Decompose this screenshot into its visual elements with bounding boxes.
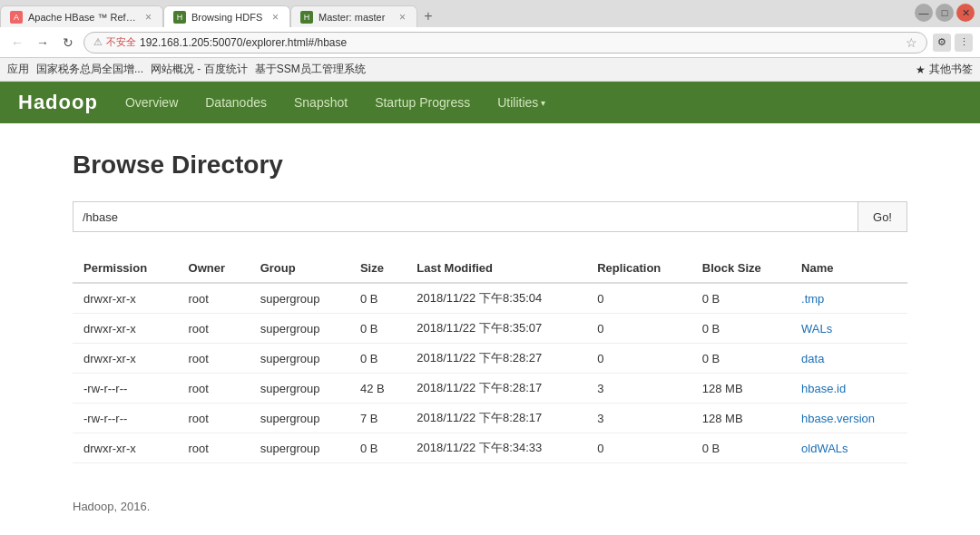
bookmark-apps[interactable]: 应用 [7,62,29,77]
cell-permission: -rw-r--r-- [73,404,178,433]
cell-owner: root [178,374,250,404]
bookmark-baidu[interactable]: 网站概况 - 百度统计 [151,62,248,77]
col-size: Size [349,254,406,283]
cell-owner: root [178,344,250,374]
table-row: -rw-r--r--rootsupergroup42 B2018/11/22 下… [73,374,907,404]
go-button[interactable]: Go! [858,201,907,232]
col-owner: Owner [178,254,250,283]
tab-master[interactable]: H Master: master × [290,5,417,27]
cell-name: data [790,344,907,374]
cell-last-modified: 2018/11/22 下午8:28:17 [406,374,586,404]
path-input[interactable] [73,201,858,232]
bookmark-star-icon[interactable]: ☆ [906,35,917,50]
table-row: drwxr-xr-xrootsupergroup0 B2018/11/22 下午… [73,314,907,344]
cell-size: 0 B [349,344,406,374]
cell-group: supergroup [250,374,349,404]
tab-close-3[interactable]: × [397,11,407,24]
cell-last-modified: 2018/11/22 下午8:34:33 [406,433,586,463]
tab-label-2: Browsing HDFS [191,12,265,23]
close-button[interactable]: ✕ [956,4,975,22]
tab-close-2[interactable]: × [270,11,280,24]
cell-owner: root [178,404,250,433]
page-title: Browse Directory [73,151,907,180]
tab-hbase-ref[interactable]: A Apache HBase ™ Refe... × [0,5,163,27]
nav-snapshot[interactable]: Snapshot [294,95,348,110]
tab-favicon-2: H [173,11,186,24]
main-content: Browse Directory Go! Permission Owner Gr… [0,123,980,535]
cell-owner: root [178,314,250,344]
cell-name: WALs [790,314,907,344]
nav-overview[interactable]: Overview [125,95,178,110]
url-box[interactable]: ⚠ 不安全 192.168.1.205:50070/explorer.html#… [83,32,927,54]
address-bar: ← → ↻ ⚠ 不安全 192.168.1.205:50070/explorer… [0,27,980,58]
tab-close-1[interactable]: × [143,11,153,24]
cell-last-modified: 2018/11/22 下午8:28:27 [406,344,586,374]
file-link[interactable]: data [801,352,824,365]
cell-name: hbase.version [790,404,907,433]
cell-permission: -rw-r--r-- [73,374,178,404]
col-replication: Replication [586,254,691,283]
file-link[interactable]: .tmp [801,292,824,306]
cell-block-size: 0 B [691,344,790,374]
file-link[interactable]: WALs [801,322,832,336]
minimize-button[interactable]: — [915,4,933,22]
cell-group: supergroup [250,314,349,344]
tab-bar: A Apache HBase ™ Refe... × H Browsing HD… [0,0,980,27]
ext-icon-2[interactable]: ⋮ [955,34,973,52]
cell-permission: drwxr-xr-x [73,314,178,344]
bookmark-baidu-label: 网站概况 - 百度统计 [151,62,248,77]
table-header-row: Permission Owner Group Size Last Modifie… [73,254,907,283]
cell-block-size: 128 MB [691,374,790,404]
cell-owner: root [178,433,250,463]
cell-permission: drwxr-xr-x [73,433,178,463]
tab-favicon-3: H [300,11,313,24]
tab-favicon-1: A [10,11,23,24]
file-link[interactable]: oldWALs [801,442,848,455]
nav-utilities-dropdown[interactable]: Utilities ▾ [497,95,545,110]
cell-replication: 0 [586,283,691,314]
nav-datanodes[interactable]: Datanodes [205,95,267,110]
maximize-button[interactable]: □ [936,4,954,22]
bookmarks-bar: 应用 国家税务总局全国增... 网站概况 - 百度统计 基于SSM员工管理系统 … [0,58,980,82]
cell-group: supergroup [250,283,349,314]
reload-button[interactable]: ↻ [58,33,78,53]
bookmark-ssm-label: 基于SSM员工管理系统 [255,62,366,77]
cell-replication: 3 [586,404,691,433]
security-label: 不安全 [106,35,136,49]
file-link[interactable]: hbase.version [801,412,875,425]
ext-icon-1[interactable]: ⚙ [933,34,951,52]
file-link[interactable]: hbase.id [801,382,846,395]
extension-icons: ⚙ ⋮ [933,34,973,52]
cell-last-modified: 2018/11/22 下午8:28:17 [406,404,586,433]
footer: Hadoop, 2016. [73,500,907,513]
cell-last-modified: 2018/11/22 下午8:35:04 [406,283,586,314]
table-row: drwxr-xr-xrootsupergroup0 B2018/11/22 下午… [73,433,907,463]
cell-size: 7 B [349,404,406,433]
col-permission: Permission [73,254,178,283]
cell-block-size: 0 B [691,314,790,344]
tab-label-1: Apache HBase ™ Refe... [28,12,138,23]
back-button[interactable]: ← [7,33,27,53]
nav-utilities-chevron: ▾ [541,98,545,108]
bookmark-apps-label: 应用 [7,62,29,77]
tab-browsing-hdfs[interactable]: H Browsing HDFS × [163,5,290,27]
bookmark-tax[interactable]: 国家税务总局全国增... [36,62,143,77]
cell-replication: 0 [586,314,691,344]
cell-size: 0 B [349,433,406,463]
nav-utilities-label: Utilities [497,95,538,110]
cell-size: 0 B [349,283,406,314]
col-last-modified: Last Modified [406,254,586,283]
bookmark-tax-label: 国家税务总局全国增... [36,62,143,77]
cell-group: supergroup [250,433,349,463]
nav-startup-progress[interactable]: Startup Progress [375,95,470,110]
other-bookmarks[interactable]: ★ 其他书签 [916,62,973,77]
bookmark-ssm[interactable]: 基于SSM员工管理系统 [255,62,366,77]
new-tab-button[interactable]: + [417,5,439,27]
cell-replication: 0 [586,344,691,374]
bookmark-folder-icon: ★ [916,63,926,76]
cell-replication: 3 [586,374,691,404]
forward-button[interactable]: → [33,33,53,53]
cell-name: hbase.id [790,374,907,404]
security-icon: ⚠ [93,36,103,48]
table-row: drwxr-xr-xrootsupergroup0 B2018/11/22 下午… [73,344,907,374]
